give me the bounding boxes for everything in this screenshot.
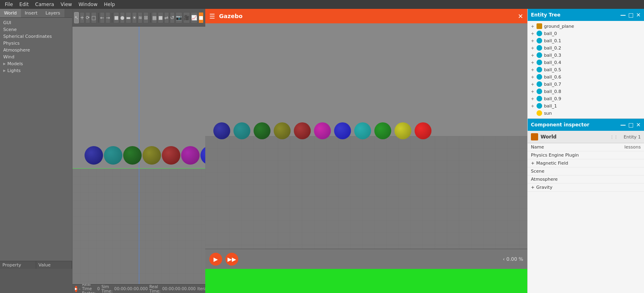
ball-1 (104, 146, 122, 165)
entity-tree-minimize[interactable]: — (620, 12, 626, 18)
tab-insert[interactable]: Insert (21, 9, 42, 17)
inspector-magnetic-field[interactable]: + Magnetic Field (528, 159, 644, 167)
viewport-area[interactable] (72, 27, 205, 284)
entity-label: ball_0.6 (544, 74, 561, 80)
entity-ball-02[interactable]: + ball_0.2 (528, 44, 644, 52)
entity-ball-1[interactable]: + ball_1 (528, 102, 644, 109)
inspector-name-value: lessons (624, 144, 641, 150)
tool-undo[interactable]: ← (100, 12, 105, 23)
tool-grid[interactable]: ⊞ (143, 12, 148, 23)
entity-label: ball_0.4 (544, 60, 561, 65)
tool-select[interactable]: ↖ (74, 12, 79, 23)
ball-3 (142, 146, 161, 165)
entity-list: + ground_plane + ball_0 + ball_0.1 + (528, 21, 644, 118)
inspector-maximize[interactable]: □ (628, 122, 634, 128)
tree-atmosphere[interactable]: Atmosphere (0, 47, 72, 54)
entity-ball-05[interactable]: + ball_0.5 (528, 66, 644, 73)
tree-physics[interactable]: Physics (0, 40, 72, 47)
inspector-dots[interactable]: ⋮⋮ (610, 135, 618, 139)
menu-edit[interactable]: Edit (16, 1, 32, 8)
tool-rotate-view[interactable]: ↺ (170, 12, 175, 23)
menu-view[interactable]: View (57, 1, 75, 8)
gazebo-fastforward-button[interactable]: ▶▶ (225, 253, 238, 266)
tab-world[interactable]: World (0, 9, 21, 17)
entity-label: ball_0.2 (544, 45, 561, 51)
tree-lights[interactable]: Lights (0, 67, 72, 74)
left-tabs: World Insert Layers (0, 9, 72, 18)
tool-mesh[interactable]: ≋ (138, 12, 142, 23)
entity-ball-06[interactable]: + ball_0.6 (528, 73, 644, 80)
entity-sphere-icon (537, 89, 542, 94)
gazebo-play-button[interactable]: ▶ (209, 253, 222, 266)
entity-ball-08[interactable]: + ball_0.8 (528, 88, 644, 95)
entity-ball-03[interactable]: + ball_0.3 (528, 52, 644, 59)
tool-camera[interactable]: 📷 (175, 12, 182, 23)
gazebo-title: Gazebo (219, 13, 242, 19)
entity-label: ball_0.1 (544, 38, 561, 43)
entity-ball-04[interactable]: + ball_0.4 (528, 59, 644, 66)
tree-models[interactable]: Models (0, 60, 72, 67)
gazebo-viewport[interactable] (205, 23, 527, 249)
tool-mirror[interactable]: ⇌ (164, 12, 169, 23)
inspector-close[interactable]: ✕ (636, 122, 641, 128)
tool-transform[interactable]: ⟳ (85, 12, 90, 23)
entity-sphere-icon (537, 31, 542, 36)
entity-ground-plane[interactable]: + ground_plane (528, 23, 644, 30)
inspector-minimize[interactable]: — (620, 122, 626, 128)
tree-spherical-coordinates[interactable]: Spherical Coordinates (0, 33, 72, 40)
tree-wind[interactable]: Wind (0, 54, 72, 60)
inspector-section-plus: + (531, 161, 535, 166)
properties-panel: Property Value (0, 261, 72, 293)
gazebo-ball-8 (374, 122, 391, 139)
entity-sun[interactable]: + sun (528, 109, 644, 117)
tool-box[interactable]: ■ (114, 12, 119, 23)
gazebo-menu-icon[interactable]: ☰ (209, 12, 215, 20)
tool-redo[interactable]: → (105, 12, 110, 23)
entity-ball-09[interactable]: + ball_0.9 (528, 95, 644, 102)
entity-label: ball_0.3 (544, 53, 561, 58)
tool-sphere[interactable]: ● (120, 12, 125, 23)
entity-plus-icon: + (531, 46, 534, 50)
menu-help[interactable]: Help (101, 1, 118, 8)
tool-record[interactable]: 🎥 (183, 12, 190, 23)
tool-add[interactable]: + (80, 12, 85, 23)
inspector-entity-id: Entity 1 (623, 134, 641, 140)
entity-label: ball_0 (544, 31, 557, 36)
gazebo-ball-1 (233, 122, 250, 139)
entity-ball-07[interactable]: + ball_0.7 (528, 80, 644, 88)
menu-file[interactable]: File (2, 1, 16, 8)
tool-view2[interactable]: ■ (158, 12, 163, 23)
tree-scene[interactable]: Scene (0, 26, 72, 33)
gazebo-chevron-left[interactable]: ‹ (503, 256, 505, 262)
left-panel: World Insert Layers GUI Scene Spherical … (0, 9, 72, 293)
tool-plot[interactable]: 📈 (191, 12, 198, 23)
status-play-button[interactable]: ▶ (75, 286, 77, 292)
inspector-gravity[interactable]: + Gravity (528, 184, 644, 192)
entity-tree-close[interactable]: ✕ (636, 12, 641, 18)
menu-camera[interactable]: Camera (32, 1, 57, 8)
entity-tree-maximize[interactable]: □ (628, 12, 634, 18)
tool-light[interactable]: ☀ (132, 12, 137, 23)
inspector-scene-label: Scene (531, 169, 641, 174)
inspector-physics-row: Physics Engine Plugin (528, 151, 644, 159)
gazebo-sky (205, 23, 527, 136)
menu-window[interactable]: Window (75, 1, 101, 8)
tree-gui[interactable]: GUI (0, 19, 72, 26)
tool-extra[interactable]: ■ (198, 12, 204, 23)
entity-plus-icon: + (531, 89, 534, 94)
entity-plus-icon: + (531, 68, 534, 72)
gazebo-ball-6 (334, 122, 351, 139)
gazebo-ball-7 (354, 122, 371, 139)
props-property-col: Property (0, 261, 36, 269)
gazebo-close-icon[interactable]: ✕ (518, 12, 523, 20)
inspector-name-row: Name lessons (528, 143, 644, 151)
tab-layers[interactable]: Layers (41, 9, 64, 17)
entity-ball-01[interactable]: + ball_0.1 (528, 37, 644, 44)
sim-time-label: Sim Time: (101, 285, 113, 293)
entity-ball-0[interactable]: + ball_0 (528, 30, 644, 37)
tool-view1[interactable]: ▦ (152, 12, 157, 23)
main-area: World Insert Layers GUI Scene Spherical … (0, 9, 644, 293)
tool-rect[interactable]: □ (91, 12, 96, 23)
gazebo-header: ☰ Gazebo ✕ (205, 9, 527, 23)
tool-cylinder[interactable]: ▬ (126, 12, 131, 23)
